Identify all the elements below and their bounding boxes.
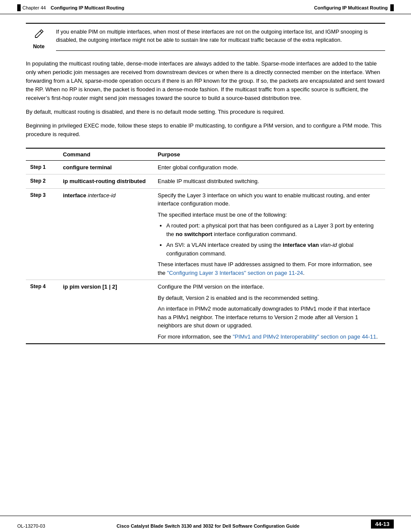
table-header-row: Command Purpose xyxy=(26,148,385,161)
command-table: Command Purpose Step 1 configure termina… xyxy=(26,148,385,345)
footer-title: Cisco Catalyst Blade Switch 3130 and 303… xyxy=(45,523,371,529)
step-4-label: Step 4 xyxy=(26,280,50,344)
header-right-area: Configuring IP Multicast Routing xyxy=(314,4,394,11)
footer-page-number: 44-13 xyxy=(371,520,394,529)
col-command-header: Command xyxy=(59,148,153,161)
step-1-command: configure terminal xyxy=(59,160,153,174)
step-4-purpose: Configure the PIM version on the interfa… xyxy=(153,280,385,344)
note-section: Note If you enable PIM on multiple inter… xyxy=(26,23,385,51)
pimv1-pimv2-link[interactable]: "PIMv1 and PIMv2 Interoperability" secti… xyxy=(233,333,376,340)
note-icon-area: Note xyxy=(26,28,52,51)
note-content: If you enable PIM on multiple interfaces… xyxy=(56,28,385,51)
chapter-label: Chapter 44 xyxy=(22,5,46,10)
note-label: Note xyxy=(33,44,45,50)
main-content: Note If you enable PIM on multiple inter… xyxy=(0,14,411,361)
footer-doc-id: OL-13270-03 xyxy=(17,523,45,529)
table-row: Step 2 ip multicast-routing distributed … xyxy=(26,174,385,189)
header-left: Chapter 44 Configuring IP Multicast Rout… xyxy=(17,4,124,11)
table-row: Step 4 ip pim version [1 | 2] Configure … xyxy=(26,280,385,344)
table-row: Step 3 interface interface-id Specify th… xyxy=(26,188,385,280)
body-para-1: In populating the multicast routing tabl… xyxy=(26,59,385,103)
table-row: Step 1 configure terminal Enter global c… xyxy=(26,160,385,174)
step-2-label: Step 2 xyxy=(26,174,50,189)
step-3-purpose: Specify the Layer 3 interface on which y… xyxy=(153,188,385,280)
step-2-command: ip multicast-routing distributed xyxy=(59,174,153,189)
step-2-purpose: Enable IP multicast distributed switchin… xyxy=(153,174,385,189)
header-right-title: Configuring IP Multicast Routing xyxy=(314,5,388,10)
footer-page-number-area: 44-13 xyxy=(371,520,394,529)
step-1-label: Step 1 xyxy=(26,160,50,174)
body-para-2: By default, multicast routing is disable… xyxy=(26,108,385,116)
header-bar-right xyxy=(390,4,394,11)
body-para-3: Beginning in privileged EXEC mode, follo… xyxy=(26,121,385,139)
header-bar-left xyxy=(17,4,21,11)
chapter-title: Configuring IP Multicast Routing xyxy=(51,5,125,10)
step-3-label: Step 3 xyxy=(26,188,50,280)
step-1-purpose: Enter global configuration mode. xyxy=(153,160,385,174)
layer3-link[interactable]: "Configuring Layer 3 Interfaces" section… xyxy=(167,270,303,276)
step-4-command: ip pim version [1 | 2] xyxy=(59,280,153,344)
step-3-command: interface interface-id xyxy=(59,188,153,280)
page-header: Chapter 44 Configuring IP Multicast Rout… xyxy=(0,0,411,14)
header-separator xyxy=(47,5,49,10)
col-purpose-header: Purpose xyxy=(153,148,385,161)
page-footer: OL-13270-03 Cisco Catalyst Blade Switch … xyxy=(0,516,411,532)
pencil-icon xyxy=(33,28,45,43)
